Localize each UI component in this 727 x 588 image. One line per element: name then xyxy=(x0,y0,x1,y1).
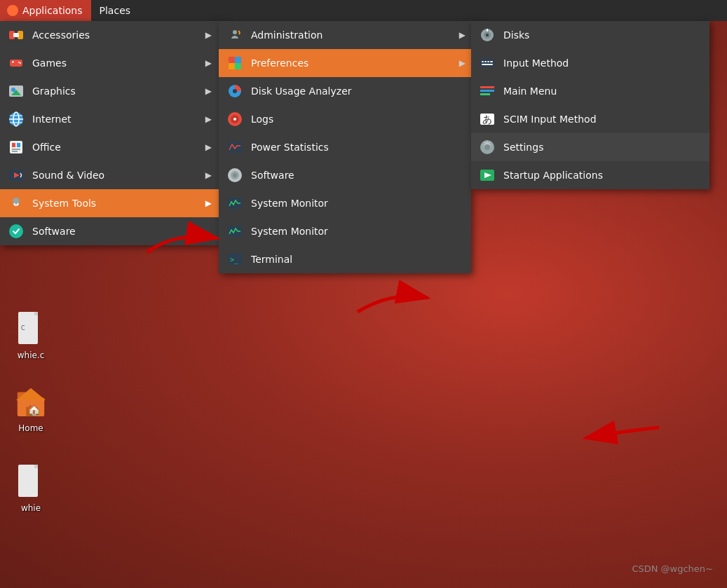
system-tools-icon xyxy=(7,194,25,212)
system-tools-arrow: ▶ xyxy=(205,198,212,208)
system-monitor1-label: System Monitor xyxy=(251,198,328,209)
internet-arrow: ▶ xyxy=(205,114,212,124)
svg-point-34 xyxy=(233,118,236,121)
watermark: CSDN @wgchen~ xyxy=(632,563,713,574)
svg-rect-27 xyxy=(235,57,241,63)
menu-item-graphics[interactable]: Graphics ▶ xyxy=(0,77,219,105)
preferences-arrow: ▶ xyxy=(459,58,466,68)
menu-item-games[interactable]: Games ▶ xyxy=(0,49,219,77)
system-tools-submenu: Administration ▶ Preferences ▶ Disk Usag… xyxy=(219,21,471,273)
disk-usage-label: Disk Usage Analyzer xyxy=(251,86,352,97)
accessories-arrow: ▶ xyxy=(205,30,212,40)
submenu-item-preferences[interactable]: Preferences ▶ xyxy=(219,49,471,77)
games-icon xyxy=(7,54,25,72)
menu-item-software[interactable]: Software xyxy=(0,217,219,245)
applications-menu-button[interactable]: Applications xyxy=(0,0,91,21)
software2-icon xyxy=(226,166,244,184)
svg-rect-35 xyxy=(228,142,242,153)
power-stats-label: Power Statistics xyxy=(251,142,329,153)
svg-rect-26 xyxy=(229,57,235,63)
svg-rect-17 xyxy=(12,143,15,147)
office-label: Office xyxy=(32,142,61,153)
whie-c-img: C xyxy=(14,308,48,348)
places-menu-button[interactable]: Places xyxy=(91,0,140,21)
svg-rect-48 xyxy=(482,61,484,62)
software-label: Software xyxy=(32,226,76,237)
whie-label: whie xyxy=(21,503,41,513)
disks-label: Disks xyxy=(503,29,529,41)
svg-rect-49 xyxy=(484,61,487,62)
svg-rect-73 xyxy=(18,465,38,497)
office-arrow: ▶ xyxy=(205,142,212,152)
svg-rect-5 xyxy=(13,61,13,63)
menu-item-accessories[interactable]: Accessories ▶ xyxy=(0,21,219,49)
system-monitor2-label: System Monitor xyxy=(251,226,328,237)
svg-text:🏠: 🏠 xyxy=(27,403,41,416)
sound-video-arrow: ▶ xyxy=(205,170,212,180)
applications-dropdown: Accessories ▶ Games ▶ Graphics ▶ Interne… xyxy=(0,21,219,245)
power-stats-icon xyxy=(226,138,244,156)
svg-rect-55 xyxy=(480,93,490,95)
submenu-item-software[interactable]: Software xyxy=(219,161,471,189)
svg-rect-47 xyxy=(480,59,494,67)
pref-item-startup[interactable]: Startup Applications xyxy=(471,161,709,189)
pref-item-scim[interactable]: あ SCIM Input Method xyxy=(471,105,709,133)
menu-item-office[interactable]: Office ▶ xyxy=(0,133,219,161)
submenu-item-administration[interactable]: Administration ▶ xyxy=(219,21,471,49)
administration-icon xyxy=(226,26,244,44)
desktop-icon-whie-c[interactable]: C whie.c xyxy=(14,308,48,360)
svg-rect-20 xyxy=(12,151,18,152)
accessories-label: Accessories xyxy=(32,29,90,41)
svg-text:C: C xyxy=(21,325,25,331)
settings-icon xyxy=(478,138,496,156)
applications-label: Applications xyxy=(22,5,83,16)
disks-icon xyxy=(478,26,496,44)
submenu-item-system-monitor1[interactable]: System Monitor xyxy=(219,189,471,217)
terminal-label: Terminal xyxy=(251,254,292,265)
svg-rect-52 xyxy=(482,64,493,65)
software2-label: Software xyxy=(251,170,294,181)
pref-item-settings[interactable]: Settings xyxy=(471,133,709,161)
preferences-icon xyxy=(226,54,244,72)
submenu-item-disk-usage[interactable]: Disk Usage Analyzer xyxy=(219,77,471,105)
svg-point-25 xyxy=(233,30,237,34)
menu-item-sound-video[interactable]: Sound & Video ▶ xyxy=(0,161,219,189)
logs-icon xyxy=(226,110,244,128)
startup-label: Startup Applications xyxy=(503,170,603,181)
svg-point-38 xyxy=(233,173,237,177)
submenu-item-power-stats[interactable]: Power Statistics xyxy=(219,133,471,161)
whie-c-label: whie.c xyxy=(18,350,45,360)
submenu-item-logs[interactable]: Logs xyxy=(219,105,471,133)
svg-point-45 xyxy=(486,34,489,36)
internet-label: Internet xyxy=(32,114,72,125)
svg-rect-19 xyxy=(12,149,20,150)
graphics-icon xyxy=(7,82,25,100)
pref-item-main-menu[interactable]: Main Menu xyxy=(471,77,709,105)
pref-item-input-method[interactable]: Input Method xyxy=(471,49,709,77)
office-icon xyxy=(7,138,25,156)
disk-usage-icon xyxy=(226,82,244,100)
games-arrow: ▶ xyxy=(205,58,212,68)
internet-icon xyxy=(7,110,25,128)
svg-point-6 xyxy=(18,62,20,63)
main-menu-label: Main Menu xyxy=(503,86,557,97)
system-tools-label: System Tools xyxy=(32,198,96,209)
desktop-icon-whie[interactable]: whie xyxy=(14,461,48,513)
input-method-icon xyxy=(478,54,496,72)
desktop-icon-home[interactable]: 🏠 Home xyxy=(14,381,48,433)
scim-label: SCIM Input Method xyxy=(503,114,597,125)
svg-rect-18 xyxy=(17,143,20,147)
menu-item-system-tools[interactable]: System Tools ▶ xyxy=(0,189,219,217)
pref-item-disks[interactable]: Disks xyxy=(471,21,709,49)
preferences-submenu: Disks Input Method Main Menu あ SCIM Inpu… xyxy=(471,21,709,189)
svg-text:>_: >_ xyxy=(230,256,239,264)
graphics-label: Graphics xyxy=(32,86,76,97)
menu-item-internet[interactable]: Internet ▶ xyxy=(0,105,219,133)
startup-icon xyxy=(478,166,496,184)
home-label: Home xyxy=(18,423,43,433)
home-img: 🏠 xyxy=(14,381,48,421)
submenu-item-system-monitor2[interactable]: System Monitor xyxy=(219,217,471,245)
scim-icon: あ xyxy=(478,110,496,128)
svg-rect-54 xyxy=(480,90,494,92)
submenu-item-terminal[interactable]: >_ Terminal xyxy=(219,245,471,273)
